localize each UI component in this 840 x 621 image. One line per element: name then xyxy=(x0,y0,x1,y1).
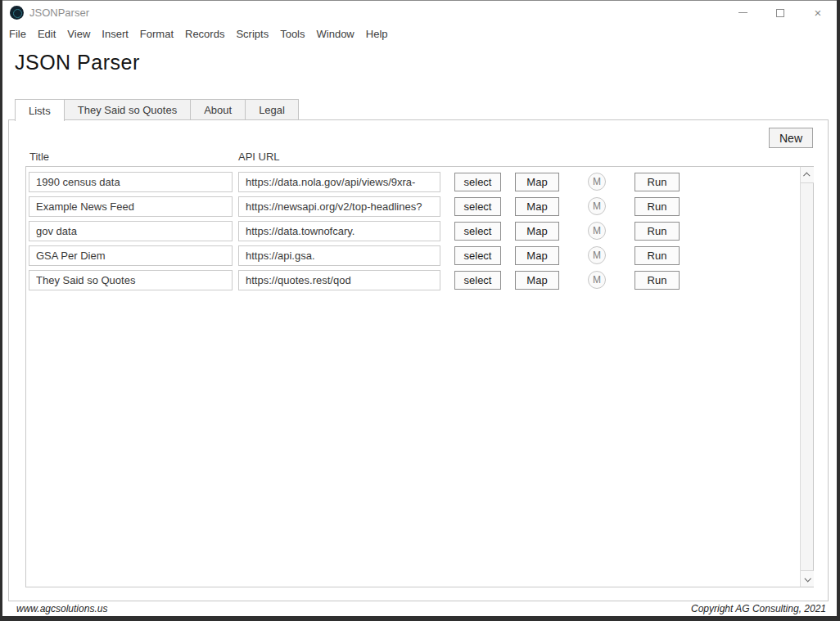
title-field[interactable] xyxy=(29,172,233,192)
api-url-field[interactable] xyxy=(238,221,440,241)
map-button[interactable]: Map xyxy=(515,246,559,265)
api-url-field[interactable] xyxy=(238,245,440,266)
menu-item-scripts[interactable]: Scripts xyxy=(230,26,274,42)
close-button[interactable]: × xyxy=(799,1,837,25)
api-url-field[interactable] xyxy=(238,172,440,192)
tab-legal[interactable]: Legal xyxy=(246,99,299,120)
title-field[interactable] xyxy=(29,245,233,266)
app-icon xyxy=(10,6,24,20)
column-header-title: Title xyxy=(29,151,49,163)
m-badge[interactable]: M xyxy=(588,173,606,191)
maximize-button[interactable] xyxy=(761,1,799,25)
api-url-field[interactable] xyxy=(238,196,440,217)
run-button[interactable]: Run xyxy=(635,271,680,290)
tab-bar: ListsThey Said so QuotesAboutLegal xyxy=(15,99,299,120)
map-button[interactable]: Map xyxy=(515,271,559,290)
select-button[interactable]: select xyxy=(454,271,501,290)
records-list: selectMapMRunselectMapMRunselectMapMRuns… xyxy=(25,166,814,587)
menu-item-help[interactable]: Help xyxy=(360,26,394,42)
table-row: selectMapMRun xyxy=(26,245,813,270)
new-button[interactable]: New xyxy=(769,128,813,148)
window-title: JSONParser xyxy=(29,7,724,19)
run-button[interactable]: Run xyxy=(635,173,680,191)
title-field[interactable] xyxy=(29,221,233,241)
minimize-icon xyxy=(738,12,747,13)
minimize-button[interactable] xyxy=(724,1,761,25)
title-field[interactable] xyxy=(29,270,233,290)
maximize-icon xyxy=(776,9,784,17)
select-button[interactable]: select xyxy=(454,197,501,216)
footer: www.agcsolutions.us Copyright AG Consult… xyxy=(2,601,837,616)
page-title: JSON Parser xyxy=(15,51,140,74)
table-row: selectMapMRun xyxy=(26,196,813,221)
m-badge[interactable]: M xyxy=(588,246,606,264)
footer-copyright: Copyright AG Consulting, 2021 xyxy=(691,603,826,614)
run-button[interactable]: Run xyxy=(635,222,680,241)
run-button[interactable]: Run xyxy=(635,197,680,216)
menu-bar: FileEditViewInsertFormatRecordsScriptsTo… xyxy=(2,25,837,43)
table-row: selectMapMRun xyxy=(26,172,813,196)
select-button[interactable]: select xyxy=(454,222,501,241)
run-button[interactable]: Run xyxy=(635,246,680,265)
table-row: selectMapMRun xyxy=(26,270,813,295)
menu-item-tools[interactable]: Tools xyxy=(274,26,310,42)
m-badge[interactable]: M xyxy=(588,197,606,215)
menu-item-records[interactable]: Records xyxy=(179,26,230,42)
tab-they-said-so-quotes[interactable]: They Said so Quotes xyxy=(65,99,191,120)
close-icon: × xyxy=(815,7,822,19)
tab-about[interactable]: About xyxy=(191,99,246,120)
menu-item-view[interactable]: View xyxy=(61,26,96,42)
m-badge[interactable]: M xyxy=(588,271,606,289)
lists-tab-panel: New Title API URL selectMapMRunselectMap… xyxy=(8,119,829,601)
map-button[interactable]: Map xyxy=(515,197,559,216)
title-bar: JSONParser × xyxy=(2,1,837,25)
select-button[interactable]: select xyxy=(454,246,501,265)
menu-item-window[interactable]: Window xyxy=(311,26,360,42)
scroll-down-button[interactable] xyxy=(801,570,814,587)
window-border-bottom xyxy=(0,616,840,621)
table-row: selectMapMRun xyxy=(26,221,813,245)
window-border-top xyxy=(0,0,840,1)
menu-item-insert[interactable]: Insert xyxy=(96,26,134,42)
title-field[interactable] xyxy=(29,196,233,217)
m-badge[interactable]: M xyxy=(588,222,606,240)
map-button[interactable]: Map xyxy=(515,222,559,241)
window-border-right xyxy=(837,0,840,621)
map-button[interactable]: Map xyxy=(515,173,559,191)
chevron-down-icon xyxy=(804,575,811,582)
api-url-field[interactable] xyxy=(238,270,440,290)
footer-website: www.agcsolutions.us xyxy=(16,603,107,614)
window-border-left xyxy=(0,0,2,621)
menu-item-file[interactable]: File xyxy=(3,26,32,42)
column-header-api-url: API URL xyxy=(238,151,280,163)
tab-lists[interactable]: Lists xyxy=(15,99,65,121)
window-controls: × xyxy=(724,1,837,25)
select-button[interactable]: select xyxy=(454,173,501,191)
menu-item-edit[interactable]: Edit xyxy=(32,26,61,42)
menu-item-format[interactable]: Format xyxy=(134,26,179,42)
